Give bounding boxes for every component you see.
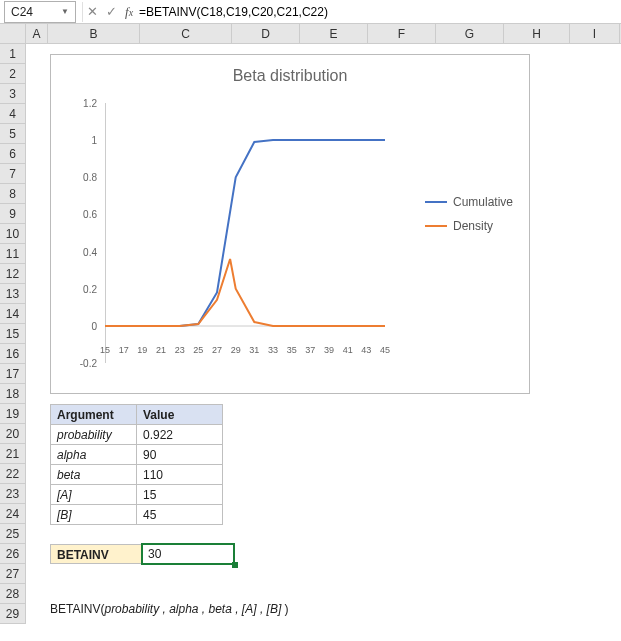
row-header[interactable]: 26 <box>0 544 26 564</box>
row-header[interactable]: 19 <box>0 404 26 424</box>
val-cell[interactable]: 0.922 <box>137 425 223 445</box>
result-label-cell[interactable]: BETAINV <box>50 544 142 564</box>
arg-cell[interactable]: probability <box>51 425 137 445</box>
y-tick-label: 1.2 <box>83 98 97 109</box>
val-cell[interactable]: 90 <box>137 445 223 465</box>
arg-cell[interactable]: beta <box>51 465 137 485</box>
row-header[interactable]: 18 <box>0 384 26 404</box>
name-box[interactable]: C24 ▼ <box>4 1 76 23</box>
y-tick-label: 0.8 <box>83 172 97 183</box>
x-tick-label: 21 <box>156 345 166 355</box>
x-tick-label: 37 <box>305 345 315 355</box>
row-header[interactable]: 29 <box>0 604 26 624</box>
row-header[interactable]: 13 <box>0 284 26 304</box>
val-cell[interactable]: 15 <box>137 485 223 505</box>
y-tick-label: 0.6 <box>83 209 97 220</box>
formula-input[interactable] <box>133 1 621 23</box>
arg-cell[interactable]: [A] <box>51 485 137 505</box>
row-header[interactable]: 24 <box>0 504 26 524</box>
confirm-icon[interactable]: ✓ <box>106 4 117 19</box>
x-tick-label: 31 <box>249 345 259 355</box>
row-header[interactable]: 16 <box>0 344 26 364</box>
legend-item: Cumulative <box>425 195 513 209</box>
row-header[interactable]: 22 <box>0 464 26 484</box>
chart-title: Beta distribution <box>51 67 529 85</box>
chart-plot-area: -0.200.20.40.60.811.21517192123252729313… <box>105 103 385 363</box>
row-header[interactable]: 14 <box>0 304 26 324</box>
row-header[interactable]: 15 <box>0 324 26 344</box>
row-header[interactable]: 20 <box>0 424 26 444</box>
chevron-down-icon[interactable]: ▼ <box>61 7 69 16</box>
row-header[interactable]: 10 <box>0 224 26 244</box>
row-header[interactable]: 25 <box>0 524 26 544</box>
row-header[interactable]: 7 <box>0 164 26 184</box>
series-cumulative <box>105 140 385 326</box>
fill-handle[interactable] <box>232 562 238 568</box>
column-header[interactable]: E <box>300 24 368 43</box>
y-tick-label: 0.2 <box>83 283 97 294</box>
row-header[interactable]: 28 <box>0 584 26 604</box>
column-headers: ABCDEFGHI <box>0 24 621 44</box>
series-density <box>105 259 385 326</box>
row-header[interactable]: 2 <box>0 64 26 84</box>
row-headers: 1234567891011121314151617181920212223242… <box>0 44 26 624</box>
col-header-argument: Argument <box>51 405 137 425</box>
x-tick-label: 33 <box>268 345 278 355</box>
x-tick-label: 29 <box>231 345 241 355</box>
table-row[interactable]: alpha90 <box>51 445 223 465</box>
row-header[interactable]: 23 <box>0 484 26 504</box>
val-cell[interactable]: 110 <box>137 465 223 485</box>
table-row[interactable]: [B]45 <box>51 505 223 525</box>
row-header[interactable]: 4 <box>0 104 26 124</box>
row-header[interactable]: 17 <box>0 364 26 384</box>
row-header[interactable]: 27 <box>0 564 26 584</box>
column-header[interactable]: F <box>368 24 436 43</box>
table-row[interactable]: beta110 <box>51 465 223 485</box>
column-header[interactable]: G <box>436 24 504 43</box>
arg-cell[interactable]: [B] <box>51 505 137 525</box>
y-tick-label: 0.4 <box>83 246 97 257</box>
select-all-corner[interactable] <box>0 24 26 43</box>
table-row[interactable]: probability0.922 <box>51 425 223 445</box>
x-tick-label: 19 <box>137 345 147 355</box>
table-header-row: Argument Value <box>51 405 223 425</box>
val-cell[interactable]: 45 <box>137 505 223 525</box>
legend-label: Cumulative <box>453 195 513 209</box>
arg-cell[interactable]: alpha <box>51 445 137 465</box>
result-value-cell[interactable]: 30 <box>142 544 234 564</box>
legend-item: Density <box>425 219 513 233</box>
table-row[interactable]: [A]15 <box>51 485 223 505</box>
row-header[interactable]: 6 <box>0 144 26 164</box>
cell-area[interactable]: Beta distribution -0.200.20.40.60.811.21… <box>26 44 621 624</box>
row-header[interactable]: 12 <box>0 264 26 284</box>
column-header[interactable]: A <box>26 24 48 43</box>
syntax-fn: BETAINV( <box>50 602 104 616</box>
chart-series <box>105 103 385 363</box>
column-header[interactable]: I <box>570 24 620 43</box>
legend-label: Density <box>453 219 493 233</box>
row-header[interactable]: 1 <box>0 44 26 64</box>
x-tick-label: 25 <box>193 345 203 355</box>
x-tick-label: 15 <box>100 345 110 355</box>
syntax-close: ) <box>281 602 288 616</box>
row-header[interactable]: 3 <box>0 84 26 104</box>
name-box-value: C24 <box>11 5 33 19</box>
column-header[interactable]: C <box>140 24 232 43</box>
result-row: BETAINV 30 <box>50 544 234 564</box>
row-header[interactable]: 9 <box>0 204 26 224</box>
x-tick-label: 41 <box>343 345 353 355</box>
x-tick-label: 35 <box>287 345 297 355</box>
row-header[interactable]: 8 <box>0 184 26 204</box>
row-header[interactable]: 5 <box>0 124 26 144</box>
formula-bar: C24 ▼ ✕ ✓ fx <box>0 0 621 24</box>
col-header-value: Value <box>137 405 223 425</box>
fx-icon[interactable]: fx <box>125 4 133 20</box>
column-header[interactable]: B <box>48 24 140 43</box>
column-header[interactable]: D <box>232 24 300 43</box>
chart[interactable]: Beta distribution -0.200.20.40.60.811.21… <box>50 54 530 394</box>
arguments-table[interactable]: Argument Value probability0.922alpha90be… <box>50 404 223 525</box>
row-header[interactable]: 11 <box>0 244 26 264</box>
row-header[interactable]: 21 <box>0 444 26 464</box>
column-header[interactable]: H <box>504 24 570 43</box>
cancel-icon[interactable]: ✕ <box>87 4 98 19</box>
